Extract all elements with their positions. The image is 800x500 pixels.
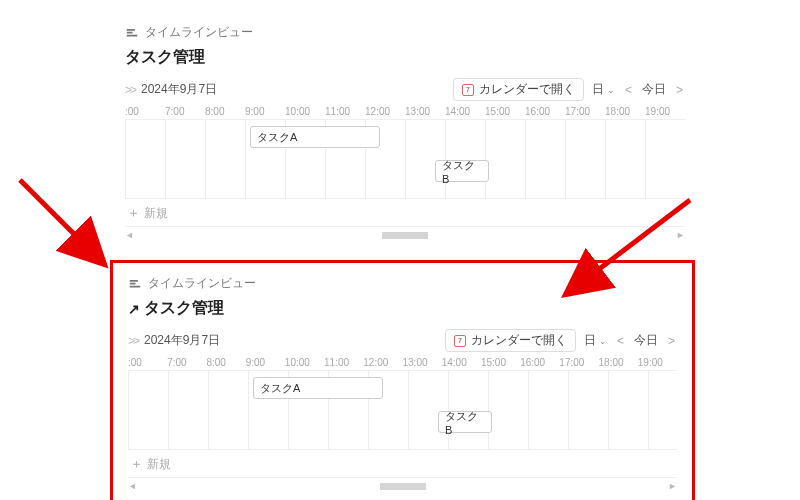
chevron-down-icon: ⌄ [607,85,615,95]
scroll-thumb[interactable] [380,483,426,490]
range-selector[interactable]: 日 ⌄ [580,330,611,351]
chevron-down-icon: ⌄ [599,336,607,346]
open-in-calendar-label: カレンダーで開く [471,332,567,349]
time-tick: 15:00 [481,357,520,368]
next-button[interactable]: > [666,334,677,348]
task-item-a[interactable]: タスクA [253,377,383,399]
open-in-calendar-button[interactable]: 7 カレンダーで開く [453,78,584,101]
time-tick: 17:00 [565,106,605,117]
current-date: 2024年9月7日 [144,332,220,349]
scroll-left-icon[interactable]: ◄ [125,230,134,240]
time-tick: 10:00 [285,106,325,117]
task-item-b[interactable]: タスクB [435,160,489,182]
collapse-icon[interactable]: >> [128,334,138,348]
open-in-calendar-button[interactable]: 7 カレンダーで開く [445,329,576,352]
add-new-label: 新規 [147,456,171,473]
current-date: 2024年9月7日 [141,81,217,98]
page-title[interactable]: タスク管理 [144,298,224,319]
open-in-calendar-label: カレンダーで開く [479,81,575,98]
time-tick: 12:00 [365,106,405,117]
task-item-a[interactable]: タスクA [250,126,380,148]
view-type-text: タイムラインビュー [145,24,253,41]
time-tick: 15:00 [485,106,525,117]
prev-button[interactable]: < [615,334,626,348]
collapse-icon[interactable]: >> [125,83,135,97]
add-new-button[interactable]: ＋ 新規 [125,199,685,227]
time-ruler: :00 7:00 8:00 9:00 10:00 11:00 12:00 13:… [128,354,677,370]
task-item-b[interactable]: タスクB [438,411,492,433]
time-tick: 11:00 [325,106,365,117]
time-tick: 19:00 [645,106,685,117]
link-out-icon: ↗ [128,301,140,317]
view-type-label: タイムラインビュー [128,275,677,292]
add-new-label: 新規 [144,205,168,222]
range-label: 日 [592,81,604,98]
timeline-icon [128,277,142,291]
calendar-icon: 7 [462,84,474,96]
scroll-thumb[interactable] [382,232,428,239]
timeline-panel-linked: タイムラインビュー ↗ タスク管理 >> 2024年9月7日 7 カレンダーで開… [110,260,695,500]
time-tick: 18:00 [599,357,638,368]
time-tick: 7:00 [167,357,206,368]
time-tick: 16:00 [520,357,559,368]
time-tick: 19:00 [638,357,677,368]
today-button[interactable]: 今日 [638,79,670,100]
time-tick: 8:00 [206,357,245,368]
horizontal-scrollbar[interactable]: ◄ ► [125,227,685,241]
horizontal-scrollbar[interactable]: ◄ ► [128,478,677,492]
timeline-toolbar: >> 2024年9月7日 7 カレンダーで開く 日 ⌄ < 今日 > [125,78,685,101]
range-selector[interactable]: 日 ⌄ [588,79,619,100]
today-button[interactable]: 今日 [630,330,662,351]
time-tick: 12:00 [363,357,402,368]
next-button[interactable]: > [674,83,685,97]
time-tick: 14:00 [442,357,481,368]
time-tick: 9:00 [246,357,285,368]
time-tick: :00 [128,357,167,368]
time-tick: 7:00 [165,106,205,117]
time-tick: 13:00 [405,106,445,117]
view-type-text: タイムラインビュー [148,275,256,292]
time-tick: 11:00 [324,357,363,368]
page-title: タスク管理 [125,47,205,68]
prev-button[interactable]: < [623,83,634,97]
view-type-label: タイムラインビュー [125,24,685,41]
scroll-right-icon[interactable]: ► [676,230,685,240]
time-tick: 16:00 [525,106,565,117]
time-tick: 18:00 [605,106,645,117]
plus-icon: ＋ [127,204,140,222]
time-tick: 14:00 [445,106,485,117]
timeline-panel-original: タイムラインビュー タスク管理 >> 2024年9月7日 7 カレンダーで開く … [125,24,685,241]
timeline-toolbar: >> 2024年9月7日 7 カレンダーで開く 日 ⌄ < 今日 > [128,329,677,352]
time-tick: 10:00 [285,357,324,368]
calendar-icon: 7 [454,335,466,347]
add-new-button[interactable]: ＋ 新規 [128,450,677,478]
timeline-grid[interactable]: タスクA タスクB [128,370,677,450]
svg-line-0 [20,180,105,265]
scroll-right-icon[interactable]: ► [668,481,677,491]
time-tick: 8:00 [205,106,245,117]
time-ruler: :00 7:00 8:00 9:00 10:00 11:00 12:00 13:… [125,103,685,119]
range-label: 日 [584,332,596,349]
time-tick: 17:00 [559,357,598,368]
time-tick: 9:00 [245,106,285,117]
time-tick: :00 [125,106,165,117]
time-tick: 13:00 [403,357,442,368]
plus-icon: ＋ [130,455,143,473]
scroll-left-icon[interactable]: ◄ [128,481,137,491]
timeline-grid[interactable]: タスクA タスクB [125,119,685,199]
timeline-icon [125,26,139,40]
